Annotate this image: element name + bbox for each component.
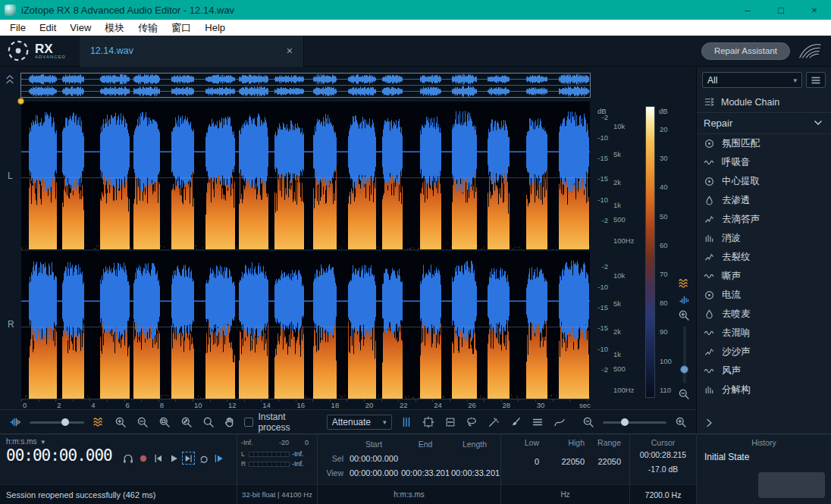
harmonics-selection-tool-icon[interactable] — [530, 415, 545, 430]
menu-item-transport[interactable]: 传输 — [131, 20, 165, 36]
play-button[interactable] — [167, 452, 180, 465]
view-length-value[interactable]: 00:00:33.201 — [451, 466, 498, 481]
module-chain-item[interactable]: Module Chain — [697, 92, 831, 112]
maximize-button[interactable]: □ — [764, 0, 798, 20]
timeline-zoom-in-icon[interactable] — [673, 415, 688, 430]
menu-item-modules[interactable]: 模块 — [98, 20, 131, 36]
module-item-ambience-match[interactable]: 氛围匹配 — [697, 134, 831, 153]
repair-assistant-button[interactable]: Repair Assistant — [701, 42, 790, 60]
freq-range-value[interactable]: 22050 — [588, 457, 624, 466]
monitor-headphones-icon[interactable] — [121, 452, 134, 465]
timeline-ruler[interactable]: sec 024681012141618202224262830 — [21, 399, 590, 409]
module-item-de-rustle[interactable]: 沙沙声 — [697, 343, 831, 362]
module-item-de-plosive[interactable]: 去喷麦 — [697, 305, 831, 324]
panel-expand-icon[interactable] — [703, 417, 715, 429]
spectrogram-display-settings-icon[interactable] — [91, 415, 106, 430]
brush-tool-icon[interactable] — [508, 415, 523, 430]
module-item-de-ess[interactable]: 嘶声 — [697, 267, 831, 286]
module-filter-select[interactable]: All ▾ — [702, 72, 802, 88]
zoom-in-icon[interactable] — [113, 415, 128, 430]
tab-audio-file[interactable]: 12.14.wav × — [80, 36, 304, 67]
instant-process-toggle[interactable]: Instant process — [244, 412, 319, 433]
lasso-selection-tool-icon[interactable] — [464, 415, 479, 430]
module-item-de-reverb[interactable]: 去混响 — [697, 324, 831, 343]
spectrogram-opacity-slider[interactable] — [30, 415, 84, 430]
sel-start-value[interactable]: 00:00:00.000 — [348, 452, 400, 466]
freq-high-value[interactable]: 22050 — [542, 457, 588, 466]
spectrogram-right-canvas[interactable] — [21, 251, 590, 399]
zoom-selection-icon[interactable] — [157, 415, 172, 430]
instant-process-checkbox[interactable] — [244, 418, 253, 427]
meter-scale-zero: 0 — [305, 439, 309, 446]
frequency-mark: 1k — [613, 201, 621, 209]
overview-left-canvas[interactable] — [21, 74, 590, 85]
go-to-end-button[interactable] — [182, 452, 195, 465]
timeline-tick: 28 — [503, 401, 511, 409]
magic-wand-tool-icon[interactable] — [486, 415, 501, 430]
overview-waveform[interactable] — [20, 73, 591, 98]
spectrogram-view[interactable] — [21, 102, 590, 399]
timeline-tick: 16 — [296, 401, 305, 409]
magnify-tool-icon[interactable] — [201, 415, 216, 430]
minimize-button[interactable]: – — [731, 0, 764, 20]
menu-item-help[interactable]: Help — [198, 20, 232, 36]
zoom-fit-icon[interactable] — [179, 415, 194, 430]
module-item-de-crackle[interactable]: 去裂纹 — [697, 248, 831, 267]
selection-time-format[interactable]: h:m:s.ms — [394, 490, 425, 499]
history-item[interactable]: Initial State — [704, 452, 749, 462]
module-item-de-bleed[interactable]: 去渗透 — [697, 191, 831, 210]
watermark — [758, 472, 825, 498]
spectrogram-left-canvas[interactable] — [21, 102, 590, 249]
menu-item-file[interactable]: File — [3, 20, 33, 36]
module-item-de-hum[interactable]: 电流 — [697, 286, 831, 305]
slider-thumb[interactable] — [61, 418, 69, 426]
vertical-zoom-out-icon[interactable] — [678, 388, 691, 402]
frequency-mark: 500 — [613, 365, 626, 373]
level-meter-left — [249, 452, 290, 457]
vertical-scrollbar[interactable] — [683, 326, 686, 383]
loop-playback-button[interactable] — [212, 452, 225, 465]
waveform-spectrogram-balance-icon[interactable] — [8, 415, 23, 430]
pan-tool-icon[interactable] — [223, 415, 238, 430]
menu-item-window[interactable]: 窗口 — [165, 20, 198, 36]
module-item-de-wind[interactable]: 风声 — [697, 362, 831, 380]
view-start-value[interactable]: 00:00:00.000 — [348, 466, 400, 481]
overview-right-canvas[interactable] — [21, 85, 590, 97]
brand-edition: ADVANCED — [35, 55, 66, 59]
loop-button[interactable] — [197, 452, 210, 465]
frequency-table: Low High Range 0 22050 22050 — [506, 438, 624, 466]
freq-low-value[interactable]: 0 — [506, 457, 542, 466]
curve-tool-icon[interactable] — [552, 415, 567, 430]
time-format-select[interactable]: h:m:s.ms ▾ — [6, 437, 45, 446]
module-item-center-extract[interactable]: 中心提取 — [697, 172, 831, 191]
tab-close-icon[interactable]: × — [287, 45, 293, 57]
timeline-zoom-slider[interactable] — [603, 415, 666, 430]
process-mode-select[interactable]: Attenuate ▾ — [327, 415, 392, 430]
time-selection-tool-icon[interactable] — [399, 415, 414, 430]
playhead-marker[interactable] — [17, 98, 24, 105]
time-frequency-selection-tool-icon[interactable] — [421, 415, 436, 430]
waveform-blend-icon[interactable] — [678, 294, 691, 308]
vertical-scrollbar-thumb[interactable] — [680, 365, 688, 374]
module-item-breath-control[interactable]: 呼吸音 — [697, 153, 831, 172]
frequency-selection-tool-icon[interactable] — [443, 415, 458, 430]
vertical-zoom-in-icon[interactable] — [678, 309, 691, 323]
overview-collapse-button[interactable] — [4, 74, 14, 86]
module-item-de-click[interactable]: 去滴答声 — [697, 210, 831, 229]
timeline-zoom-out-icon[interactable] — [581, 415, 596, 430]
record-button[interactable] — [136, 452, 149, 465]
slider-thumb[interactable] — [621, 418, 629, 426]
module-item-de-clip[interactable]: 消波 — [697, 229, 831, 248]
module-item-label: 中心提取 — [722, 175, 760, 188]
zoom-out-icon[interactable] — [135, 415, 150, 430]
module-list-menu-button[interactable] — [806, 72, 826, 88]
menu-item-edit[interactable]: Edit — [33, 20, 63, 36]
module-item-deconstruct[interactable]: 分解构 — [697, 380, 831, 399]
repair-section-header[interactable]: Repair — [697, 112, 831, 134]
audio-format-info: 32-bit float | 44100 Hz — [242, 490, 312, 499]
view-end-value[interactable]: 00:00:33.201 — [400, 466, 451, 481]
return-to-start-button[interactable] — [152, 452, 165, 465]
close-button[interactable]: × — [798, 0, 831, 20]
spectrogram-settings-icon[interactable] — [678, 277, 691, 291]
menu-item-view[interactable]: View — [63, 20, 98, 36]
